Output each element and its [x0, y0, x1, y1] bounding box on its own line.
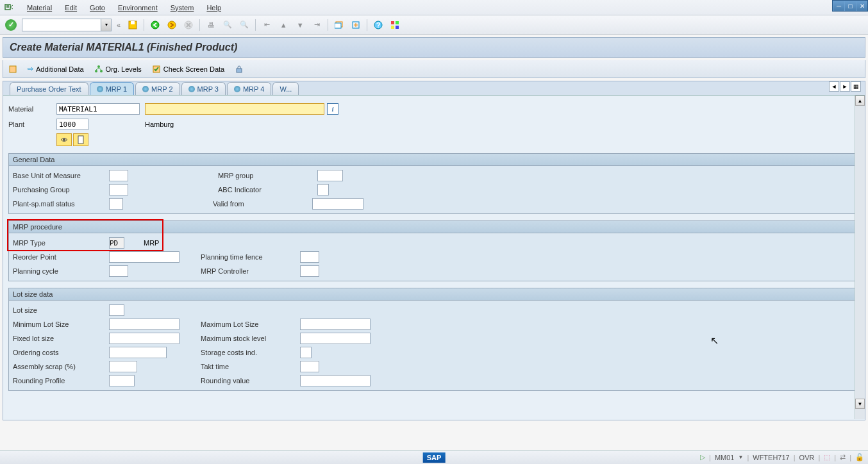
abc-indicator-field[interactable]	[317, 184, 329, 195]
menu-system[interactable]: System	[164, 3, 201, 13]
svg-point-3	[168, 21, 176, 29]
min-lot-label: Minimum Lot Size	[13, 320, 109, 328]
mrp-controller-field[interactable]	[300, 265, 319, 277]
tab-mrp3[interactable]: MRP 3	[181, 82, 226, 95]
fixed-lot-field[interactable]	[109, 333, 179, 344]
assembly-scrap-field[interactable]	[109, 361, 137, 372]
minimize-button[interactable]: ─	[833, 1, 844, 11]
additional-data-label: Additional Data	[36, 65, 84, 73]
tab-mrp4[interactable]: MRP 4	[227, 82, 271, 95]
menu-help[interactable]: Help	[200, 3, 228, 13]
lot-size-field[interactable]	[109, 304, 124, 316]
tab-dot-icon	[142, 86, 149, 92]
groupbox-lot-size: Lot size data Lot size Minimum Lot Size …	[8, 288, 860, 391]
menu-goto[interactable]: Goto	[83, 3, 112, 13]
menu-material[interactable]: Material	[21, 3, 58, 13]
mrp-type-label: MRP Type	[13, 239, 109, 247]
vertical-scrollbar[interactable]: ▲ ▼	[855, 95, 865, 419]
status-icon3[interactable]: 🔓	[855, 453, 864, 461]
takt-time-field[interactable]	[300, 361, 319, 372]
help-icon[interactable]: ?	[371, 18, 385, 32]
exit-icon[interactable]	[165, 18, 179, 32]
info-button[interactable]: i	[327, 103, 338, 115]
org-levels-label: Org. Levels	[106, 65, 142, 73]
valid-from-field[interactable]	[312, 198, 363, 210]
command-field[interactable]: ▾	[22, 19, 112, 31]
find-icon[interactable]: 🔍	[221, 18, 235, 32]
layout-icon[interactable]	[388, 18, 402, 32]
status-icon1[interactable]: ⬚	[824, 453, 830, 461]
base-uom-field[interactable]	[109, 170, 128, 181]
planning-time-fence-field[interactable]	[300, 251, 319, 263]
dropdown-icon[interactable]: ▾	[101, 19, 111, 31]
max-stock-field[interactable]	[300, 333, 371, 344]
tab-content: Material i Plant Hamburg General Data Ba…	[3, 95, 865, 419]
max-lot-field[interactable]	[300, 319, 371, 330]
btn-check-screen[interactable]: Check Screen Data	[152, 65, 224, 74]
find-next-icon[interactable]: 🔍	[237, 18, 251, 32]
plant-desc: Hamburg	[145, 120, 174, 128]
menu-edit[interactable]: Edit	[58, 3, 83, 13]
rounding-value-field[interactable]	[300, 375, 371, 386]
plant-label: Plant	[8, 120, 56, 128]
purchasing-group-field[interactable]	[109, 184, 128, 195]
ordering-costs-label: Ordering costs	[13, 349, 109, 356]
svg-rect-12	[391, 26, 394, 29]
storage-costs-field[interactable]	[300, 347, 312, 358]
scroll-down-button[interactable]: ▼	[855, 399, 865, 409]
first-page-icon[interactable]: ⇤	[260, 18, 274, 32]
plant-field[interactable]	[56, 119, 88, 130]
groupbox-mrp-procedure: MRP procedure MRP Type MRP Reorder Point…	[8, 220, 860, 281]
save-icon[interactable]	[126, 18, 140, 32]
btn-other-material[interactable]	[8, 65, 17, 74]
tab-purchase-order-text[interactable]: Purchase Order Text	[10, 82, 88, 95]
svg-rect-19	[237, 69, 242, 72]
back-icon[interactable]	[148, 18, 162, 32]
abc-indicator-label: ABC Indicator	[218, 186, 317, 194]
min-lot-field[interactable]	[109, 319, 179, 330]
tab-list-button[interactable]: ▦	[851, 81, 861, 92]
btn-org-levels[interactable]: Org. Levels	[94, 65, 142, 74]
rounding-profile-field[interactable]	[109, 375, 135, 386]
svg-rect-6	[335, 23, 341, 28]
material-desc-field[interactable]	[145, 103, 324, 115]
tab-bar: Purchase Order Text MRP 1 MRP 2 MRP 3 MR…	[3, 81, 865, 95]
status-play-icon[interactable]: ▷	[700, 453, 705, 461]
status-icon2[interactable]: ⇄	[840, 453, 846, 461]
enter-icon[interactable]: ✓	[5, 19, 17, 31]
tab-dot-icon	[188, 86, 195, 92]
display-btn[interactable]	[56, 133, 72, 146]
tab-prev-button[interactable]: ◄	[829, 81, 839, 92]
mrp-controller-label: MRP Controller	[201, 267, 300, 275]
ordering-costs-field[interactable]	[109, 347, 167, 358]
tab-nav: ◄ ► ▦	[829, 81, 861, 92]
menu-environment[interactable]: Environment	[112, 3, 164, 13]
app-icon[interactable]	[3, 3, 15, 13]
plant-status-field[interactable]	[109, 198, 123, 210]
mrp-type-field[interactable]	[109, 237, 124, 249]
tab-mrp2[interactable]: MRP 2	[135, 82, 179, 95]
print-icon[interactable]: 🖶	[204, 18, 218, 32]
takt-time-label: Takt time	[201, 363, 300, 370]
last-page-icon[interactable]: ⇥	[310, 18, 324, 32]
tab-mrp1[interactable]: MRP 1	[90, 82, 134, 95]
btn-additional-data[interactable]: ⇨ Additional Data	[28, 65, 84, 73]
mrp-group-field[interactable]	[317, 170, 343, 181]
prev-page-icon[interactable]: ▲	[276, 18, 290, 32]
doc-btn[interactable]	[73, 133, 88, 146]
scroll-up-button[interactable]: ▲	[855, 95, 865, 106]
reorder-point-field[interactable]	[109, 251, 179, 263]
storage-costs-label: Storage costs ind.	[201, 349, 300, 356]
next-page-icon[interactable]: ▼	[293, 18, 307, 32]
btn-lock[interactable]	[235, 65, 244, 74]
new-session-icon[interactable]	[332, 18, 346, 32]
maximize-button[interactable]: □	[844, 1, 856, 11]
tab-next-button[interactable]: ►	[840, 81, 850, 92]
cancel-icon[interactable]	[181, 18, 196, 32]
planning-cycle-field[interactable]	[109, 265, 128, 277]
close-button[interactable]: ✕	[856, 1, 867, 11]
status-tcode[interactable]: MM01	[715, 454, 735, 461]
material-field[interactable]	[56, 103, 140, 115]
tab-more[interactable]: W...	[272, 82, 299, 95]
shortcut-icon[interactable]	[349, 18, 363, 32]
